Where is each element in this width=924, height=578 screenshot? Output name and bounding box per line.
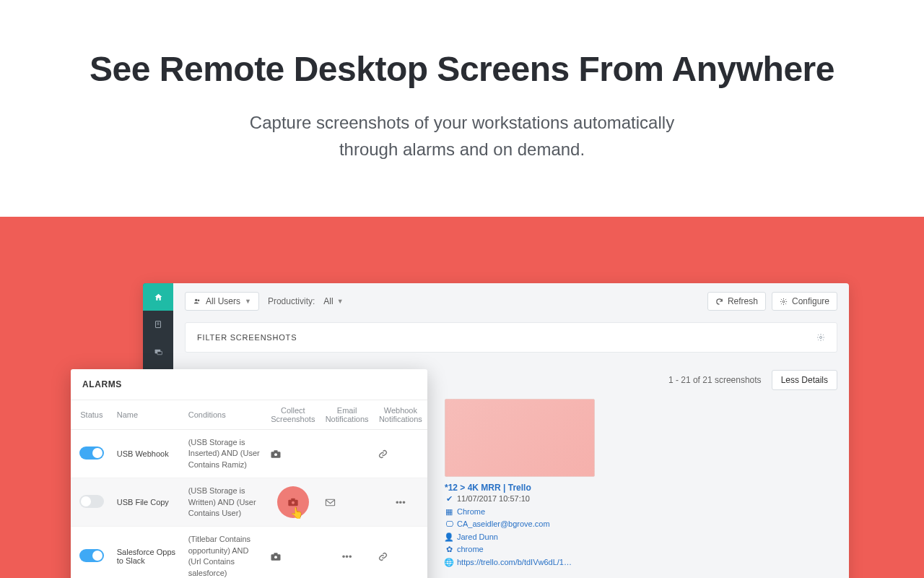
card-url: https://trello.com/b/tdIVw6dL/1… [457,556,572,569]
alarms-table: Status Name Conditions Collect Screensho… [71,400,427,578]
col-status: Status [71,400,113,430]
svg-rect-11 [274,450,278,452]
email-cell[interactable] [321,430,374,478]
svg-point-17 [274,556,277,558]
document-icon [154,320,162,329]
sidebar-home[interactable] [143,283,173,311]
svg-point-8 [820,337,822,339]
col-name: Name [113,400,184,430]
camera-icon [270,552,282,561]
productivity-dropdown[interactable]: All ▼ [323,296,343,306]
gear-icon: ✿ [445,543,453,556]
productivity-label: Productivity: [268,296,315,306]
email-cell[interactable]: ••• [321,527,374,578]
gear-icon [780,298,788,306]
hero-subtitle: Capture screenshots of your workstations… [29,109,895,163]
home-icon [154,293,163,302]
svg-point-6 [198,300,200,302]
card-user: Jared Dunn [457,531,498,544]
monitor-icon [154,348,163,357]
col-collect: Collect Screenshots [266,400,320,430]
collect-cell[interactable] [266,430,320,478]
user-icon: 👤 [445,531,453,544]
svg-point-10 [274,453,277,456]
filter-bar[interactable]: FILTER SCREENSHOTS [185,322,837,353]
alarm-conditions: (Titlebar Contains opportunity) AND (Url… [184,527,266,578]
svg-point-7 [783,301,785,303]
alarms-panel: ALARMS Status Name Conditions Collect Sc… [71,369,427,578]
camera-icon [287,497,299,507]
refresh-button[interactable]: Refresh [707,292,766,311]
collect-cell[interactable] [266,527,320,578]
card-title: *12 > 4K MRR | Trello [445,483,595,493]
col-conditions: Conditions [184,400,266,430]
col-webhook: Webhook Notifications [374,400,427,430]
cursor-icon: 👆 [290,506,304,519]
caret-down-icon: ▼ [245,298,251,305]
col-email: Email Notifications [321,400,374,430]
svg-rect-4 [157,351,162,354]
check-icon: ✔ [445,493,453,506]
link-icon [378,552,388,561]
alarm-row[interactable]: USB Webhook(USB Storage is Inserted) AND… [71,430,427,478]
alarm-conditions: (USB Storage is Inserted) AND (User Cont… [184,430,266,478]
camera-highlight[interactable]: 👆 [277,486,309,518]
toolbar: All Users ▼ Productivity: All ▼ Refresh … [185,292,837,311]
envelope-icon [325,499,336,506]
webhook-cell[interactable] [374,527,427,578]
collect-cell[interactable]: 👆 [266,478,320,527]
link-icon [378,449,388,459]
more-icon: ••• [396,497,406,508]
alarm-row[interactable]: Salesforce Opps to Slack(Titlebar Contai… [71,527,427,578]
card-email: CA_aseidler@bgrove.com [457,518,550,531]
caret-down-icon: ▼ [337,298,344,305]
status-toggle[interactable] [79,549,104,562]
screenshot-card[interactable]: *12 > 4K MRR | Trello ✔11/07/2017 10:57:… [445,399,595,569]
camera-icon [270,449,282,459]
users-icon [193,298,201,305]
filter-gear-icon[interactable] [816,333,825,342]
globe-icon: 🌐 [445,556,453,569]
svg-rect-18 [274,553,278,555]
svg-point-5 [195,299,197,301]
svg-rect-14 [291,499,295,501]
status-toggle[interactable] [79,447,104,460]
users-dropdown[interactable]: All Users ▼ [185,292,259,311]
webhook-cell[interactable]: ••• [374,478,427,527]
alarm-name: USB Webhook [113,430,184,478]
alarm-name: USB File Copy [113,478,184,527]
svg-point-13 [292,501,295,504]
svg-rect-15 [326,499,334,506]
monitor-icon: 🖵 [445,518,453,531]
configure-button[interactable]: Configure [772,292,837,311]
alarm-name: Salesforce Opps to Slack [113,527,184,578]
sidebar-document[interactable] [143,311,173,338]
refresh-icon [715,298,723,306]
more-icon: ••• [342,551,352,562]
card-browser: Chrome [457,506,485,519]
screenshot-thumb[interactable] [445,399,595,477]
alarms-title: ALARMS [71,369,427,400]
less-details-button[interactable]: Less Details [772,370,837,390]
sidebar-screenshots[interactable] [143,338,173,366]
status-toggle[interactable] [79,495,104,508]
webhook-cell[interactable] [374,430,427,478]
results-count: 1 - 21 of 21 screenshots [668,375,762,385]
card-process: chrome [457,543,484,556]
alarm-conditions: (USB Storage is Written) AND (User Conta… [184,478,266,527]
filter-title: FILTER SCREENSHOTS [197,333,297,342]
email-cell[interactable] [321,478,374,527]
browser-icon: ▦ [445,506,453,519]
alarm-row[interactable]: USB File Copy(USB Storage is Written) AN… [71,478,427,527]
hero-title: See Remote Desktop Screens From Anywhere [29,49,895,89]
card-time: 11/07/2017 10:57:10 [457,493,530,506]
